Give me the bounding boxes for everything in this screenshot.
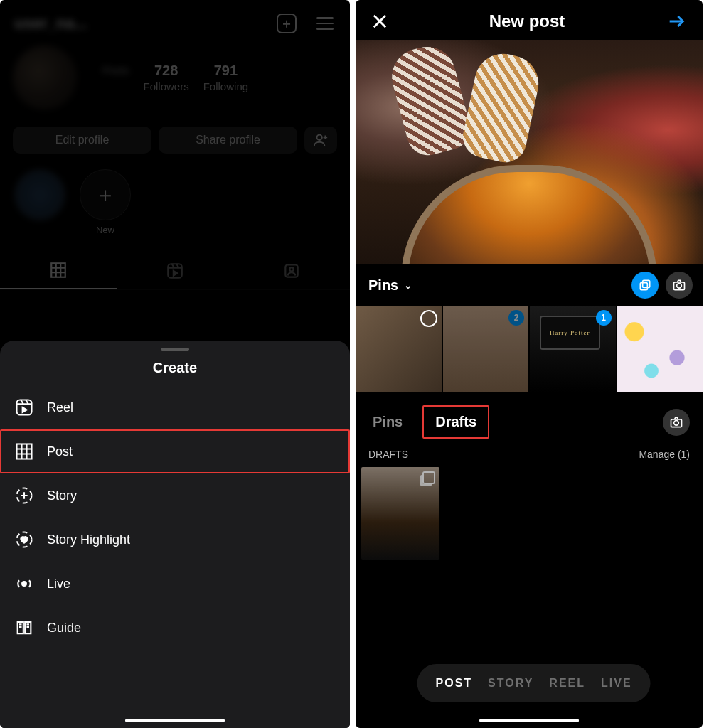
capture-mode-selector[interactable]: POST STORY REEL LIVE <box>417 664 651 702</box>
stack-icon <box>422 471 435 484</box>
mode-reel[interactable]: REEL <box>549 677 585 690</box>
create-story[interactable]: Story <box>0 473 350 518</box>
stack-icon <box>638 278 652 292</box>
page-title: New post <box>489 11 565 31</box>
create-post[interactable]: Post <box>0 429 350 473</box>
story-icon <box>14 486 34 505</box>
chevron-down-icon: ⌄ <box>404 279 412 291</box>
close-button[interactable] <box>370 11 390 31</box>
drafts-section-label: DRAFTS <box>368 449 408 460</box>
hamburger-icon <box>316 17 334 30</box>
highlight-cover <box>14 169 65 220</box>
svg-point-9 <box>22 582 26 586</box>
select-multiple-button[interactable] <box>631 272 659 299</box>
discover-people-button[interactable] <box>304 127 337 154</box>
guide-icon <box>14 618 34 638</box>
camera-icon <box>672 278 686 292</box>
highlight-new[interactable]: ＋ New <box>80 169 131 235</box>
create-sheet: Create Reel Post Sto <box>0 341 350 728</box>
selection-ring-icon <box>420 310 437 327</box>
menu-button[interactable] <box>314 13 336 34</box>
close-icon <box>370 11 390 31</box>
tab-tagged[interactable] <box>233 252 350 289</box>
tab-drafts[interactable]: Drafts <box>422 405 489 439</box>
tab-grid[interactable] <box>0 252 117 289</box>
tab-pins[interactable]: Pins <box>368 410 407 434</box>
mode-post[interactable]: POST <box>436 677 473 690</box>
share-profile-button[interactable]: Share profile <box>159 127 297 154</box>
arrow-right-icon <box>664 11 688 31</box>
new-post-screen: New post Pins ⌄ <box>356 0 703 728</box>
create-live[interactable]: Live <box>0 562 350 606</box>
svg-rect-11 <box>640 283 647 290</box>
avatar[interactable] <box>13 46 77 109</box>
mode-live[interactable]: LIVE <box>601 677 632 690</box>
profile-screen: user_na... ＋ Posts <box>0 0 350 728</box>
album-selector[interactable]: Pins ⌄ <box>368 277 412 294</box>
add-person-icon <box>313 132 329 148</box>
live-icon <box>14 574 34 594</box>
svg-point-15 <box>674 420 679 425</box>
edit-profile-button[interactable]: Edit profile <box>13 127 151 154</box>
tagged-icon <box>282 262 301 280</box>
stat-posts[interactable]: Posts <box>102 63 129 92</box>
svg-rect-1 <box>51 263 65 277</box>
svg-rect-10 <box>643 280 650 287</box>
create-guide[interactable]: Guide <box>0 606 350 650</box>
stat-followers[interactable]: 728 Followers <box>144 63 189 92</box>
add-highlight-icon: ＋ <box>80 169 131 220</box>
gallery-thumb[interactable] <box>356 306 442 392</box>
svg-point-4 <box>289 267 293 271</box>
profile-dimmed-backdrop: user_na... ＋ Posts <box>0 0 350 290</box>
reels-icon <box>166 262 184 280</box>
svg-point-0 <box>317 135 322 140</box>
sheet-handle[interactable] <box>161 348 189 351</box>
create-button[interactable]: ＋ <box>276 13 297 34</box>
open-camera-button[interactable] <box>666 272 693 299</box>
bio <box>0 114 350 127</box>
gallery-thumbs: 2 Harry Potter 1 <box>356 306 703 392</box>
svg-rect-6 <box>17 444 32 459</box>
draft-thumb[interactable] <box>361 467 439 560</box>
mode-story[interactable]: STORY <box>488 677 533 690</box>
grid-icon <box>49 261 68 279</box>
stat-following[interactable]: 791 Following <box>203 63 248 92</box>
heart-circle-icon <box>14 530 34 550</box>
profile-username[interactable]: user_na... <box>14 14 87 33</box>
tab-reels[interactable] <box>117 252 233 289</box>
gallery-thumb[interactable]: 2 <box>443 306 529 392</box>
home-indicator[interactable] <box>125 719 225 722</box>
gallery-thumb[interactable] <box>617 306 703 392</box>
svg-point-13 <box>677 284 682 289</box>
create-story-highlight[interactable]: Story Highlight <box>0 518 350 562</box>
gallery-thumb[interactable]: Harry Potter 1 <box>530 306 616 392</box>
camera-icon <box>669 415 683 429</box>
open-camera-button-2[interactable] <box>663 409 690 436</box>
svg-rect-2 <box>168 264 182 278</box>
plus-icon: ＋ <box>277 14 297 33</box>
username-text: user_na... <box>14 14 87 33</box>
manage-drafts-button[interactable]: Manage (1) <box>639 449 690 460</box>
create-reel[interactable]: Reel <box>0 385 350 429</box>
photo-preview[interactable] <box>356 40 703 264</box>
svg-rect-5 <box>17 400 32 415</box>
sheet-title: Create <box>0 360 350 376</box>
home-indicator[interactable] <box>479 719 579 722</box>
selection-badge: 2 <box>508 310 524 326</box>
selection-badge: 1 <box>596 310 612 326</box>
reels-icon <box>14 397 34 417</box>
grid-icon <box>14 441 34 461</box>
highlight-item[interactable] <box>14 169 65 235</box>
next-button[interactable] <box>664 11 688 31</box>
